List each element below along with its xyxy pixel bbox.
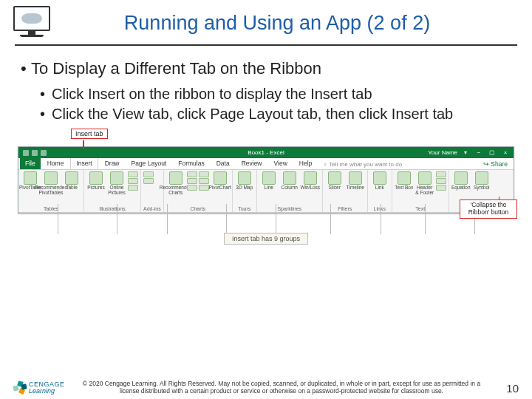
- group-charts: Recommended Charts PivotChart Charts: [164, 170, 233, 212]
- tell-me-input[interactable]: ♀ Tell me what you want to do: [318, 160, 406, 169]
- ribbon-options-icon[interactable]: ▾: [460, 149, 471, 157]
- callout-collapse-ribbon: 'Collapse the Ribbon' button: [460, 200, 517, 219]
- page-number: 10: [498, 382, 519, 395]
- copyright-text: © 2020 Cengage Learning. All Rights Rese…: [65, 380, 498, 395]
- group-text: Text Box Header & Footer Text: [392, 170, 449, 212]
- ribbon-content: PivotTable Recommended PivotTables Table…: [18, 170, 514, 213]
- 3d-map-button[interactable]: 3D Map: [235, 171, 254, 191]
- tab-home[interactable]: Home: [42, 158, 69, 169]
- callout-group-count: Insert tab has 9 groups: [224, 233, 308, 245]
- redo-icon[interactable]: [41, 150, 47, 156]
- link-button[interactable]: Link: [370, 171, 389, 191]
- recommended-charts-button[interactable]: Recommended Charts: [166, 171, 185, 195]
- undo-icon[interactable]: [32, 150, 38, 156]
- cengage-logo: CENGAGE Learning: [13, 381, 65, 395]
- minimize-icon[interactable]: −: [474, 149, 484, 157]
- online-pictures-button[interactable]: Online Pictures: [107, 171, 126, 195]
- bullet-level1: To Display a Different Tab on the Ribbon: [21, 59, 511, 78]
- bullet-level2-a: Click Insert on the ribbon to display th…: [21, 84, 511, 104]
- callout-insert-tab: Insert tab: [71, 129, 108, 139]
- excel-ribbon-figure: Insert tab Book1 - Excel Your Name ▾ − ▢…: [18, 146, 514, 214]
- group-filters: Slicer Timeline Filters: [323, 170, 368, 212]
- tab-help[interactable]: Help: [294, 158, 317, 169]
- maximize-icon[interactable]: ▢: [487, 149, 497, 157]
- chart-type-buttons-2[interactable]: [199, 171, 209, 191]
- tab-view[interactable]: View: [269, 158, 293, 169]
- close-icon[interactable]: ×: [500, 149, 511, 157]
- group-illustrations: Pictures Online Pictures Illustrations: [84, 170, 141, 212]
- table-button[interactable]: Table: [62, 171, 81, 191]
- pictures-button[interactable]: Pictures: [86, 171, 106, 191]
- group-sparklines: Line Column Win/Loss Sparklines: [257, 170, 323, 212]
- excel-titlebar: Book1 - Excel Your Name ▾ − ▢ ×: [18, 147, 514, 158]
- sparkline-column-button[interactable]: Column: [280, 171, 299, 191]
- timeline-button[interactable]: Timeline: [346, 171, 365, 191]
- text-extra-buttons[interactable]: [436, 171, 446, 191]
- pivotchart-button[interactable]: PivotChart: [211, 171, 230, 191]
- share-button[interactable]: ↪ Share: [477, 159, 514, 169]
- addins-buttons[interactable]: [143, 171, 154, 184]
- chart-type-buttons[interactable]: [187, 171, 197, 191]
- tab-draw[interactable]: Draw: [100, 158, 125, 169]
- tab-insert[interactable]: Insert: [70, 157, 98, 169]
- slicer-button[interactable]: Slicer: [325, 171, 344, 191]
- text-box-button[interactable]: Text Box: [395, 171, 414, 191]
- monitor-cloud-icon: [12, 6, 52, 40]
- doc-title: Book1 - Excel: [248, 149, 284, 156]
- header-footer-button[interactable]: Header & Footer: [415, 171, 434, 195]
- tab-page-layout[interactable]: Page Layout: [126, 158, 172, 169]
- bullet-level2-b: Click the View tab, click Page Layout ta…: [21, 104, 511, 124]
- group-tours: 3D Map Tours: [233, 170, 257, 212]
- group-tables: PivotTable Recommended PivotTables Table…: [18, 170, 84, 212]
- tab-file[interactable]: File: [20, 158, 41, 169]
- ribbon-tabs: File Home Insert Draw Page Layout Formul…: [18, 158, 514, 170]
- shapes-button[interactable]: [128, 171, 138, 191]
- save-icon[interactable]: [23, 150, 29, 156]
- slide-title: Running and Using an App (2 of 2): [59, 12, 517, 35]
- equation-button[interactable]: Equation: [451, 171, 471, 191]
- tab-data[interactable]: Data: [211, 158, 235, 169]
- quick-access-toolbar: [18, 150, 47, 156]
- tab-review[interactable]: Review: [236, 158, 267, 169]
- excel-window: Book1 - Excel Your Name ▾ − ▢ × File Hom…: [18, 146, 514, 214]
- symbol-button[interactable]: Symbol: [472, 171, 491, 191]
- sparkline-line-button[interactable]: Line: [259, 171, 279, 191]
- user-name: Your Name: [428, 149, 457, 156]
- recommended-pivot-button[interactable]: Recommended PivotTables: [41, 171, 61, 195]
- sparkline-winloss-button[interactable]: Win/Loss: [301, 171, 320, 191]
- tab-formulas[interactable]: Formulas: [173, 158, 209, 169]
